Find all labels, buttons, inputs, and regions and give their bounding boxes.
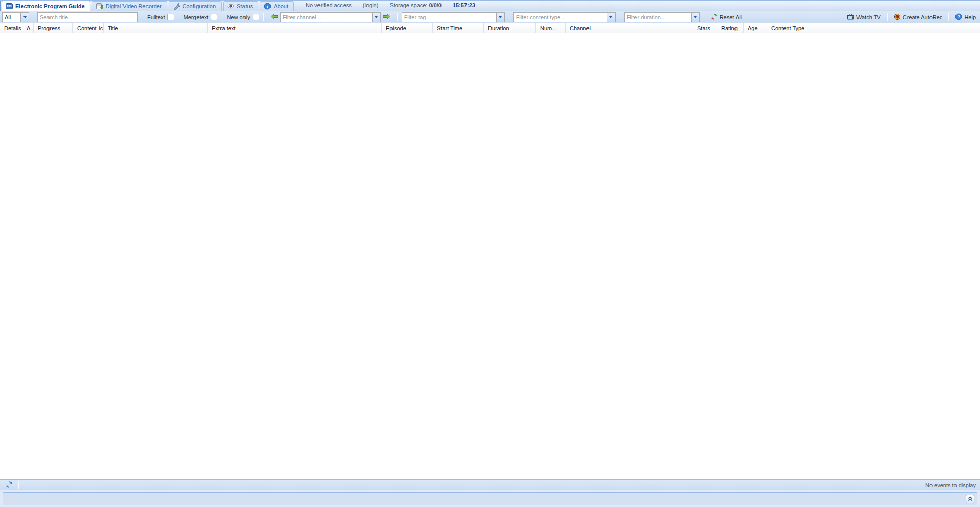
tab-strip: EPG Electronic Program Guide Digital Vid…	[0, 0, 980, 11]
about-info-icon: i	[264, 3, 271, 10]
tab-electronic-program-guide[interactable]: EPG Electronic Program Guide	[2, 1, 90, 11]
toolbar-separator	[18, 481, 19, 489]
toolbar-separator	[948, 13, 949, 21]
tab-label: Digital Video Recorder	[106, 3, 162, 9]
epg-grid-body[interactable]	[0, 33, 980, 479]
column-header-start-time[interactable]: Start Time	[433, 23, 484, 33]
tab-label: Electronic Program Guide	[15, 3, 85, 9]
content-type-filter-input[interactable]	[513, 12, 607, 22]
toolbar-right-group: Watch TV Create AutoRec ? Help	[845, 12, 978, 22]
toolbar-separator	[509, 13, 509, 21]
column-header-content-type[interactable]: Content Type	[767, 23, 892, 33]
topbar-info: No verified access (login) Storage space…	[306, 1, 486, 11]
help-icon: ?	[955, 13, 962, 21]
toolbar-separator	[887, 13, 888, 21]
storage-label: Storage space:	[389, 2, 427, 8]
storage-value: 0/0/0	[429, 2, 441, 8]
arrow-right-icon	[383, 14, 391, 20]
fulltext-label: Fulltext	[147, 14, 165, 20]
tv-icon	[847, 13, 854, 21]
paging-toolbar: No events to display	[0, 479, 980, 490]
clock: 15:57:23	[453, 2, 475, 8]
tab-configuration[interactable]: Configuration	[169, 1, 222, 11]
genre-filter-select[interactable]	[2, 12, 29, 22]
help-button[interactable]: ? Help	[953, 12, 978, 22]
content-type-filter-combo[interactable]	[513, 12, 616, 22]
create-autorec-button[interactable]: Create AutoRec	[892, 12, 945, 22]
column-header-autorec[interactable]: A...	[22, 23, 34, 33]
duration-filter-combo[interactable]	[624, 12, 700, 22]
dvr-icon	[96, 3, 103, 10]
epg-filter-toolbar: Fulltext Mergetext New only	[0, 11, 980, 23]
svg-text:?: ?	[958, 14, 960, 19]
column-header-title[interactable]: Title	[104, 23, 208, 33]
autorec-icon	[894, 13, 901, 21]
arrow-left-icon	[270, 14, 278, 20]
next-channel-button[interactable]	[381, 12, 393, 22]
toolbar-separator	[620, 13, 620, 21]
prev-channel-button[interactable]	[268, 12, 280, 22]
tvheadend-app: EPG Electronic Program Guide Digital Vid…	[0, 0, 980, 507]
column-header-stars[interactable]: Stars	[693, 23, 717, 33]
help-label: Help	[964, 14, 976, 20]
column-header-number[interactable]: Num...	[536, 23, 566, 33]
watch-tv-label: Watch TV	[856, 14, 881, 20]
tab-digital-video-recorder[interactable]: Digital Video Recorder	[92, 1, 167, 11]
duration-filter-input[interactable]	[624, 12, 691, 22]
reset-all-label: Reset All	[720, 14, 742, 20]
reset-refresh-icon	[710, 13, 718, 21]
column-header-details[interactable]: Details	[0, 23, 22, 33]
tab-label: About	[274, 3, 288, 9]
expand-panel-button[interactable]	[966, 495, 974, 503]
login-link[interactable]: (login)	[363, 2, 379, 8]
column-header-content-icon[interactable]: Content Ic...	[73, 23, 104, 33]
chevron-down-icon[interactable]	[372, 12, 381, 22]
svg-text:EPG: EPG	[7, 5, 12, 8]
mergetext-label: Mergetext	[183, 14, 208, 20]
create-autorec-label: Create AutoRec	[903, 14, 943, 20]
column-header-channel[interactable]: Channel	[566, 23, 693, 33]
fulltext-checkbox[interactable]	[167, 14, 174, 20]
refresh-icon	[6, 481, 13, 489]
genre-filter-value[interactable]	[2, 12, 20, 22]
column-header-progress[interactable]: Progress	[34, 23, 73, 33]
channel-filter-combo[interactable]	[280, 12, 381, 22]
toolbar-separator	[263, 13, 264, 21]
epg-icon: EPG	[6, 3, 13, 10]
tab-about[interactable]: i About	[260, 1, 294, 11]
tab-label: Status	[237, 3, 253, 9]
grid-status-text: No events to display	[925, 482, 976, 488]
column-header-filler	[892, 23, 980, 33]
double-chevron-up-icon	[968, 496, 973, 502]
status-eye-icon	[227, 3, 234, 10]
column-header-rating[interactable]: Rating	[717, 23, 744, 33]
tab-strip-edge	[0, 1, 1, 11]
epg-grid-header: Details A... Progress Content Ic... Titl…	[0, 23, 980, 33]
search-title-input[interactable]	[37, 12, 138, 22]
column-header-age[interactable]: Age	[744, 23, 767, 33]
storage-space: Storage space: 0/0/0	[389, 2, 442, 8]
refresh-button[interactable]	[4, 480, 14, 490]
watch-tv-button[interactable]: Watch TV	[845, 12, 883, 22]
new-only-checkbox[interactable]	[253, 14, 259, 20]
south-panel-collapsed-bar	[3, 492, 977, 505]
chevron-down-icon[interactable]	[607, 12, 616, 22]
chevron-down-icon[interactable]	[691, 12, 700, 22]
toolbar-separator	[397, 13, 398, 21]
tab-label: Configuration	[183, 3, 216, 9]
tab-status[interactable]: Status	[223, 1, 258, 11]
tag-filter-combo[interactable]	[402, 12, 505, 22]
tag-filter-input[interactable]	[402, 12, 496, 22]
toolbar-separator	[704, 13, 704, 21]
chevron-down-icon[interactable]	[20, 12, 29, 22]
access-status: No verified access	[306, 2, 352, 8]
config-icon	[173, 3, 180, 10]
channel-filter-input[interactable]	[280, 12, 372, 22]
new-only-label: New only	[227, 14, 250, 20]
column-header-episode[interactable]: Episode	[382, 23, 433, 33]
mergetext-checkbox[interactable]	[211, 14, 217, 20]
column-header-duration[interactable]: Duration	[484, 23, 536, 33]
reset-all-button[interactable]: Reset All	[708, 12, 744, 22]
chevron-down-icon[interactable]	[496, 12, 505, 22]
column-header-extra-text[interactable]: Extra text	[208, 23, 382, 33]
